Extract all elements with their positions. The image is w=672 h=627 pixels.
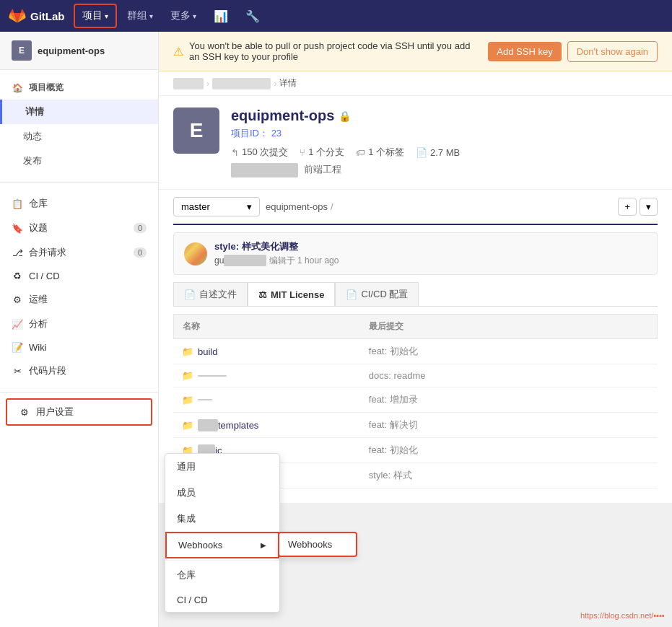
chevron-down-icon: ▾ <box>105 12 108 20</box>
more-options-button[interactable]: ▾ <box>640 198 658 216</box>
mr-badge: 0 <box>134 247 147 258</box>
add-file-button[interactable]: + <box>618 198 637 216</box>
project-name: equipment-ops <box>231 108 334 124</box>
branch-path: equipment-ops / <box>266 201 333 212</box>
wiki-icon: 📝 <box>12 342 23 353</box>
sidebar-item-overview[interactable]: 🏠 项目概览 <box>0 76 158 100</box>
settings-popup-integrations[interactable]: 集成 <box>165 506 279 532</box>
file-commit-5: feat: 初始化 <box>369 444 649 457</box>
commit-author: gu██████ <box>214 255 266 266</box>
sidebar-main-section: 📋 仓库 🔖 议题 0 ⎇ 合并请求 0 ♻ CI / CD ⚙ 运维 <box>0 185 158 389</box>
cicd-icon: ♻ <box>12 271 23 281</box>
commit-meta: gu██████ 编辑于 1 hour ago <box>214 255 647 267</box>
sidebar-project-name: equipment-ops <box>38 45 105 56</box>
sidebar-item-wiki[interactable]: 📝 Wiki <box>0 336 158 359</box>
sidebar-project-header: E equipment-ops <box>0 32 158 70</box>
webhooks-submenu: Webhooks <box>278 532 357 557</box>
sidebar-item-activity[interactable]: 动态 <box>0 124 158 149</box>
license-tab[interactable]: ⚖ MIT License <box>248 282 335 306</box>
file-name-build[interactable]: 📁 build <box>182 346 369 357</box>
file-commit-6: style: 样式 <box>369 469 649 482</box>
webhooks-submenu-item[interactable]: Webhooks <box>279 533 356 556</box>
branches-stat: ⑂ 1 个分支 <box>300 146 344 159</box>
file-name-3[interactable]: 📁 <box>182 395 369 405</box>
folder-icon: 📁 <box>182 420 193 431</box>
sidebar-item-details[interactable]: 详情 <box>0 100 158 124</box>
nav-item-projects[interactable]: 项目 ▾ <box>74 4 117 28</box>
repository-icon: 📋 <box>12 198 23 209</box>
file-name-4[interactable]: 📁 templates <box>182 420 369 431</box>
warning-icon: ⚠ <box>173 45 183 58</box>
snippets-icon: ✂ <box>12 366 23 377</box>
watermark: https://blog.csdn.net/▪️▪️▪️▪️ <box>580 611 665 620</box>
chevron-right-icon: ▶ <box>261 541 266 549</box>
commit-author-avatar <box>184 242 207 266</box>
merge-icon: ⎇ <box>12 247 23 258</box>
issues-badge: 0 <box>134 223 147 233</box>
settings-popup-members[interactable]: 成员 <box>165 480 279 506</box>
analytics-icon: 📈 <box>12 319 23 330</box>
file-tabs: 📄 自述文件 ⚖ MIT License 📄 CI/CD 配置 <box>173 282 658 307</box>
ssh-banner-text: You won't be able to pull or push projec… <box>189 40 482 62</box>
dont-show-again-button[interactable]: Don't show again <box>567 41 658 62</box>
chart-icon[interactable]: 📊 <box>206 5 235 27</box>
sidebar-item-snippets[interactable]: ✂ 代码片段 <box>0 359 158 383</box>
operations-icon: ⚙ <box>12 294 23 305</box>
branch-bar: master ▾ equipment-ops / + ▾ <box>173 190 658 225</box>
breadcrumb-item-1: ████ <box>173 78 204 89</box>
settings-popup-webhooks[interactable]: Webhooks ▶ Webhooks <box>165 532 279 558</box>
nav-item-more[interactable]: 更多 ▾ <box>163 5 204 27</box>
folder-icon: 📁 <box>182 370 193 381</box>
settings-popup-cicd[interactable]: CI / CD <box>165 588 279 612</box>
branches-icon: ⑂ <box>300 147 305 158</box>
cicd-config-tab[interactable]: 📄 CI/CD 配置 <box>335 282 419 306</box>
settings-popup-repository[interactable]: 仓库 <box>165 562 279 588</box>
lock-icon: 🔒 <box>339 110 351 122</box>
size-stat: 📄 2.7 MB <box>416 146 460 159</box>
branch-actions: + ▾ <box>618 198 658 216</box>
config-icon: 📄 <box>346 289 357 300</box>
project-description: ███项目███ 前端工程 <box>231 163 658 177</box>
branch-selector[interactable]: master ▾ <box>173 197 260 216</box>
file-row: 📁 feat: 增加录 <box>173 387 658 413</box>
sidebar-item-settings[interactable]: ⚙ 用户设置 <box>6 398 152 426</box>
sidebar: E equipment-ops 🏠 项目概览 详情 动态 发布 📋 仓库 <box>0 32 159 627</box>
sidebar-item-merge-requests[interactable]: ⎇ 合并请求 0 <box>0 240 158 265</box>
gitlab-logo[interactable]: GitLab <box>9 7 65 25</box>
path-separator: / <box>331 201 333 212</box>
tags-icon: 🏷 <box>356 147 365 158</box>
readme-icon: 📄 <box>184 289 196 300</box>
file-name-2[interactable]: 📁 <box>182 370 369 381</box>
sidebar-item-cicd[interactable]: ♻ CI / CD <box>0 265 158 287</box>
readme-tab[interactable]: 📄 自述文件 <box>173 282 248 306</box>
ssh-banner: ⚠ You won't be able to pull or push proj… <box>159 32 672 71</box>
file-commit-3: feat: 增加录 <box>369 393 649 406</box>
sidebar-item-repository[interactable]: 📋 仓库 <box>0 191 158 216</box>
gitlab-logo-text: GitLab <box>30 10 65 22</box>
wrench-icon[interactable]: 🔧 <box>238 5 267 27</box>
project-title: equipment-ops 🔒 <box>231 108 658 124</box>
home-icon: 🏠 <box>12 83 23 93</box>
sidebar-item-analytics[interactable]: 📈 分析 <box>0 312 158 336</box>
nav-item-groups[interactable]: 群组 ▾ <box>120 5 160 27</box>
sidebar-overview-section: 🏠 项目概览 详情 动态 发布 <box>0 70 158 179</box>
file-commit-2: docs: readme <box>369 370 649 381</box>
project-avatar: E <box>173 108 219 154</box>
sidebar-item-issues[interactable]: 🔖 议题 0 <box>0 216 158 240</box>
sidebar-item-releases[interactable]: 发布 <box>0 149 158 173</box>
breadcrumb-current: 详情 <box>279 77 297 89</box>
file-row: 📁 templates feat: 解决切 <box>173 413 658 438</box>
sidebar-project-avatar: E <box>12 40 32 61</box>
add-ssh-key-button[interactable]: Add SSH key <box>488 42 561 61</box>
settings-popup-general[interactable]: 通用 <box>165 454 279 480</box>
file-icon: 📄 <box>416 147 427 158</box>
chevron-down-icon: ▾ <box>193 12 196 20</box>
commit-info: style: 样式美化调整 gu██████ 编辑于 1 hour ago <box>214 240 647 267</box>
commit-message[interactable]: style: 样式美化调整 <box>214 240 647 253</box>
sidebar-item-operations[interactable]: ⚙ 运维 <box>0 287 158 312</box>
project-stats: ↰ 150 次提交 ⑂ 1 个分支 🏷 1 个标签 📄 2.7 MB <box>231 146 658 159</box>
file-row: 📁 build feat: 初始化 <box>173 339 658 364</box>
file-table-header: 名称 最后提交 <box>173 314 658 339</box>
project-id: 项目ID： 23 <box>231 127 658 140</box>
commits-icon: ↰ <box>231 147 239 158</box>
